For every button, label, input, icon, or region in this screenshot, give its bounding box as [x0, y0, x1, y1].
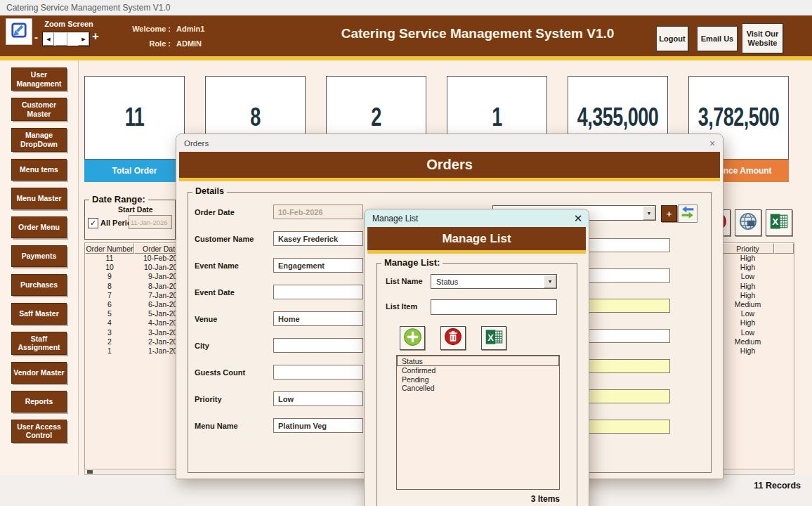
field-label: Guests Count	[195, 368, 273, 377]
welcome-label: Welcome :	[130, 25, 171, 33]
add-item-button[interactable]	[400, 326, 425, 350]
list-item-input[interactable]	[431, 299, 557, 315]
cell-blank	[774, 300, 794, 309]
all-period-checkbox[interactable]: ✓	[88, 218, 98, 228]
column-order-number[interactable]: Order Number	[85, 243, 134, 254]
form-row: Customer Name Kasey Frederick	[195, 231, 363, 246]
scroll-right-icon[interactable]: ▶	[78, 32, 89, 46]
welcome-value: Admin1	[176, 25, 204, 33]
email-us-button[interactable]: Email Us	[697, 26, 738, 51]
visit-website-button[interactable]: Visit Our Website	[742, 23, 783, 53]
cell-priority: High	[721, 318, 774, 327]
column-blank	[774, 243, 794, 254]
field-input[interactable]	[273, 365, 363, 379]
manage-list-titlebar[interactable]: Manage List ✕	[365, 209, 589, 227]
close-icon[interactable]: ×	[702, 138, 723, 149]
field-label: Venue	[195, 315, 273, 323]
logout-button[interactable]: Logout	[656, 26, 688, 51]
manage-list-dialog: Manage List ✕ Manage List Manage List: L…	[364, 209, 589, 506]
orders-dialog-title: Orders	[176, 139, 702, 148]
orders-dialog-titlebar[interactable]: Orders ×	[176, 134, 723, 152]
role-label: Role :	[130, 39, 171, 48]
cell-order-number: 9	[85, 272, 134, 281]
orders-banner-divider	[179, 178, 720, 181]
dashboard-card: 11 Total Order	[84, 76, 185, 182]
zoom-out-label[interactable]: -	[34, 31, 38, 43]
zoom-scrollbar[interactable]: ◀ ▶	[42, 32, 90, 46]
cell-priority: High	[721, 282, 774, 291]
sidebar-item[interactable]: Customer Master	[11, 98, 67, 121]
form-row: Venue Home	[195, 311, 363, 326]
cell-order-number: 5	[85, 309, 134, 318]
window-title: Catering Service Management System V1.0	[6, 3, 170, 13]
start-date-input[interactable]: 11-Jan-2026	[129, 215, 172, 229]
sidebar-item[interactable]: Saff Master	[11, 303, 67, 325]
sidebar-item-label: Staff Assignment	[13, 335, 65, 352]
list-header[interactable]: Status	[397, 356, 559, 366]
list-items-box[interactable]: Status Confirmed Pending Cancelled	[396, 355, 560, 490]
list-name-label: List Name	[386, 277, 423, 285]
list-item[interactable]: Confirmed	[397, 366, 559, 375]
list-item[interactable]: Pending	[397, 375, 559, 384]
sidebar-item[interactable]: Menu Master	[11, 188, 67, 209]
sidebar-item[interactable]: Vendor Master	[11, 362, 67, 384]
field-input[interactable]: Platinum Veg	[273, 418, 363, 433]
field-label: Event Name	[195, 261, 273, 270]
sidebar-item[interactable]: Manage DropDown	[11, 128, 67, 151]
cell-order-number: 3	[85, 328, 134, 337]
field-label: Priority	[195, 395, 273, 403]
field-input[interactable]: Kasey Frederick	[273, 231, 363, 246]
sidebar-item-label: Vendor Master	[13, 368, 64, 377]
sidebar-item-label: Order Menu	[18, 223, 60, 232]
add-status-button[interactable]: +	[661, 205, 677, 222]
field-input[interactable]	[273, 285, 363, 299]
zoom-in-label[interactable]: +	[92, 30, 99, 44]
close-icon[interactable]: ✕	[568, 212, 589, 225]
scroll-thumb[interactable]	[87, 470, 93, 474]
sidebar-item[interactable]: User Management	[11, 67, 67, 91]
cell-blank	[774, 337, 794, 346]
refresh-button[interactable]	[678, 205, 698, 223]
sidebar-item[interactable]: Staff Assignment	[11, 332, 67, 355]
cell-blank	[774, 263, 794, 272]
role-value: ADMIN	[176, 39, 202, 48]
excel-export-button[interactable]: X	[766, 209, 792, 236]
cell-blank	[774, 254, 794, 263]
column-priority[interactable]: Priority	[721, 243, 774, 254]
sidebar-item[interactable]: Menu tems	[11, 159, 67, 181]
field-input[interactable]: Low	[273, 391, 363, 406]
delete-item-button[interactable]	[440, 326, 466, 350]
chevron-down-icon[interactable]: ▼	[544, 275, 556, 288]
orders-form: Order Date 10-Feb-2026 Customer Name Kas…	[195, 205, 363, 433]
field-input[interactable]: 10-Feb-2026	[273, 205, 363, 219]
sync-arrows-icon	[681, 205, 695, 222]
app-logo-button[interactable]	[6, 18, 32, 45]
window-titlebar: Catering Service Management System V1.0	[0, 0, 812, 15]
sidebar-item[interactable]: User Access Control	[11, 420, 67, 443]
cell-priority: High	[721, 346, 774, 356]
zoom-scroll-thumb[interactable]	[55, 32, 67, 46]
sidebar-item[interactable]: Reports	[11, 391, 67, 413]
sidebar-item[interactable]: Purchases	[11, 274, 67, 296]
globe-icon	[738, 212, 758, 234]
form-row: Guests Count	[195, 365, 363, 379]
sidebar-item[interactable]: Payments	[11, 245, 67, 267]
field-input[interactable]	[273, 338, 363, 353]
card-value-box: 11	[84, 76, 185, 160]
scroll-left-icon[interactable]: ◀	[43, 32, 54, 46]
field-input[interactable]: Home	[273, 311, 363, 326]
list-item[interactable]: Cancelled	[397, 384, 559, 393]
chevron-down-icon[interactable]: ▼	[643, 206, 655, 220]
zoom-scroll-track[interactable]	[67, 32, 78, 46]
list-name-dropdown[interactable]: Status ▼	[431, 274, 557, 289]
svg-text:X: X	[487, 332, 494, 342]
excel-export-button[interactable]: X	[481, 326, 506, 350]
sidebar-item-label: User Access Control	[13, 422, 65, 440]
sidebar-item[interactable]: Order Menu	[11, 216, 67, 238]
sidebar-item-label: Purchases	[20, 280, 58, 290]
web-report-button[interactable]	[735, 209, 761, 236]
card-value: 8	[250, 103, 261, 133]
form-row: Priority Low	[195, 391, 363, 406]
cell-order-number: 7	[85, 291, 134, 300]
field-input[interactable]: Engagement	[273, 258, 363, 273]
